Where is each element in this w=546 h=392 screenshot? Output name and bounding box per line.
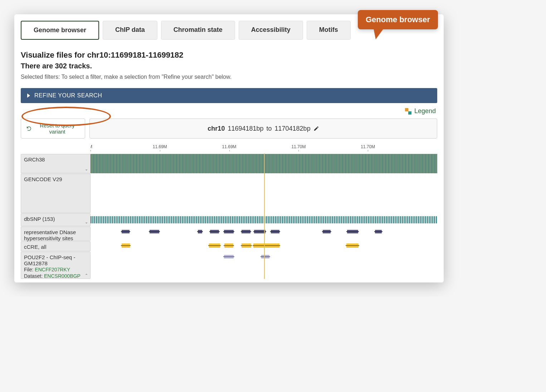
track-label-gencode[interactable]: GENCODE V29 bbox=[21, 174, 91, 213]
track-label-ccre[interactable]: cCRE, all bbox=[21, 241, 91, 251]
feature-block[interactable] bbox=[346, 243, 359, 248]
tab-accessibility[interactable]: Accessibility bbox=[239, 21, 303, 40]
chipseq-dataset-link: Dataset: ENCSR000BGP bbox=[24, 273, 87, 279]
tab-genome-browser[interactable]: Genome browser bbox=[21, 21, 99, 40]
callout-label: Genome browser bbox=[366, 15, 430, 24]
track-dbsnp: dbSNP (153) ⌄ bbox=[21, 213, 437, 226]
track-label-text: cCRE, all bbox=[24, 244, 47, 250]
feature-block[interactable] bbox=[122, 230, 129, 233]
legend-button[interactable]: Legend bbox=[21, 107, 437, 115]
track-body-chipseq[interactable] bbox=[91, 252, 437, 279]
genomic-ruler: M 11.69M 11.69M 11.70M 11.70M bbox=[91, 144, 437, 154]
range-joiner: to bbox=[267, 125, 272, 132]
ruler-tick: 11.69M bbox=[153, 144, 167, 149]
track-dnase: representative DNase hypersensitivity si… bbox=[21, 226, 437, 241]
feature-block[interactable] bbox=[122, 243, 130, 248]
tab-chip-data[interactable]: ChIP data bbox=[103, 21, 157, 40]
reset-label: Reset to query variant bbox=[35, 122, 80, 135]
track-ccre: cCRE, all bbox=[21, 241, 437, 251]
app-container: Genome browser ChIP data Chromatin state… bbox=[14, 14, 444, 282]
feature-block[interactable] bbox=[254, 230, 265, 233]
feature-block[interactable] bbox=[224, 255, 234, 258]
feature-block[interactable] bbox=[224, 230, 234, 233]
feature-block[interactable] bbox=[261, 255, 269, 258]
undo-icon bbox=[26, 126, 32, 131]
chevron-down-icon[interactable]: ⌄ bbox=[85, 167, 88, 171]
ruler-tick: 11.69M bbox=[222, 144, 237, 149]
track-body-grch38[interactable] bbox=[91, 154, 437, 173]
track-label-dbsnp[interactable]: dbSNP (153) ⌄ bbox=[21, 213, 91, 226]
track-body-ccre[interactable] bbox=[91, 241, 437, 251]
track-body-dbsnp[interactable] bbox=[91, 213, 437, 226]
feature-block[interactable] bbox=[224, 243, 233, 248]
refine-label: REFINE YOUR SEARCH bbox=[34, 92, 102, 99]
track-label-text: GRCh38 bbox=[24, 156, 45, 163]
file-id-link[interactable]: ENCFF207RKY bbox=[35, 267, 70, 272]
track-label-text: representative DNase hypersensitivity si… bbox=[24, 229, 76, 241]
ruler-tick: 11.70M bbox=[291, 144, 306, 149]
track-label-chipseq[interactable]: POU2F2 - ChIP-seq - GM12878 File: ENCFF2… bbox=[21, 252, 91, 279]
reset-query-button[interactable]: Reset to query variant bbox=[21, 118, 85, 139]
controls-row: Reset to query variant chr10 11694181bp … bbox=[21, 118, 437, 139]
track-body-gencode[interactable] bbox=[91, 174, 437, 213]
tab-chromatin-state[interactable]: Chromatin state bbox=[161, 21, 235, 40]
annotation-callout: Genome browser bbox=[358, 10, 438, 29]
range-end: 11704182bp bbox=[275, 125, 311, 132]
track-chipseq: POU2F2 - ChIP-seq - GM12878 File: ENCFF2… bbox=[21, 251, 437, 279]
tab-motifs[interactable]: Motifs bbox=[307, 21, 351, 40]
expand-triangle-icon bbox=[27, 93, 30, 98]
track-body-dnase[interactable] bbox=[91, 227, 437, 241]
track-label-text: dbSNP (153) bbox=[24, 216, 55, 222]
legend-icon bbox=[405, 108, 411, 115]
refine-search-bar[interactable]: REFINE YOUR SEARCH bbox=[21, 88, 437, 103]
track-label-dnase[interactable]: representative DNase hypersensitivity si… bbox=[21, 227, 91, 241]
chevron-down-icon[interactable]: ⌄ bbox=[85, 220, 88, 224]
feature-block[interactable] bbox=[150, 230, 159, 233]
feature-block[interactable] bbox=[323, 230, 330, 233]
feature-block[interactable] bbox=[347, 230, 358, 233]
ruler-row: M 11.69M 11.69M 11.70M 11.70M bbox=[21, 144, 437, 154]
filters-hint: Selected filters: To select a filter, ma… bbox=[21, 74, 437, 80]
chipseq-file-link: File: ENCFF207RKY bbox=[24, 266, 87, 273]
chevron-up-icon[interactable]: ⌃ bbox=[85, 273, 88, 278]
dataset-id-link[interactable]: ENCSR000BGP bbox=[44, 273, 81, 279]
feature-block[interactable] bbox=[253, 243, 279, 248]
feature-block[interactable] bbox=[198, 230, 202, 233]
feature-block[interactable] bbox=[271, 230, 279, 233]
edit-icon[interactable] bbox=[313, 126, 319, 131]
range-start: 11694181bp bbox=[228, 125, 263, 132]
track-label-text: GENCODE V29 bbox=[24, 176, 62, 182]
track-label-text: POU2F2 - ChIP-seq - GM12878 bbox=[24, 254, 87, 266]
feature-block[interactable] bbox=[210, 230, 219, 233]
track-grch38: GRCh38 ⌄ bbox=[21, 154, 437, 173]
track-count: There are 302 tracks. bbox=[21, 62, 437, 70]
legend-label: Legend bbox=[414, 107, 436, 115]
feature-block[interactable] bbox=[242, 243, 251, 248]
ruler-tick: M bbox=[91, 144, 92, 149]
page-title: Visualize files for chr10:11699181-11699… bbox=[21, 50, 437, 60]
feature-block[interactable] bbox=[209, 243, 220, 248]
range-display[interactable]: chr10 11694181bp to 11704182bp bbox=[89, 118, 437, 139]
track-gencode: GENCODE V29 bbox=[21, 173, 437, 213]
range-chrom: chr10 bbox=[208, 125, 225, 132]
tracks-container: GRCh38 ⌄ GENCODE V29 dbSNP (153) ⌄ repre… bbox=[21, 154, 437, 279]
ruler-tick: 11.70M bbox=[361, 144, 375, 149]
feature-block[interactable] bbox=[242, 230, 250, 233]
feature-block[interactable] bbox=[375, 230, 382, 233]
track-label-grch38[interactable]: GRCh38 ⌄ bbox=[21, 154, 91, 173]
